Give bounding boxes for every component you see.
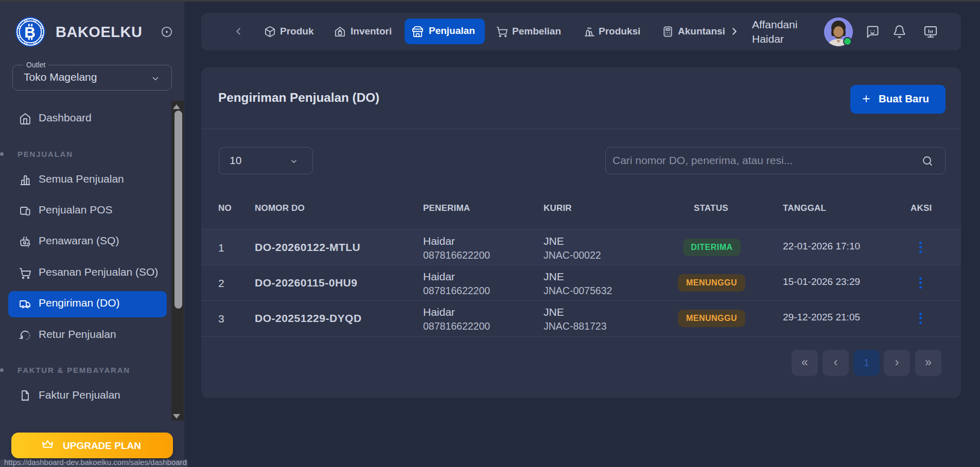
svg-text:B: B bbox=[24, 24, 36, 41]
